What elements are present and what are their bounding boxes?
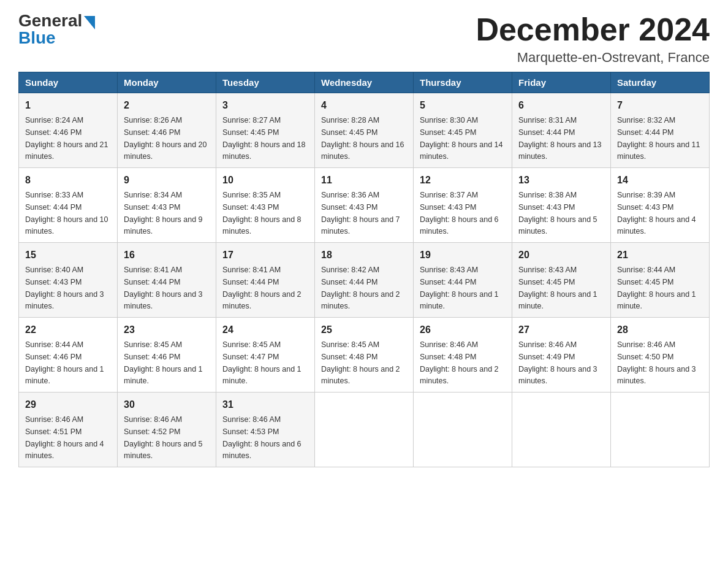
day-number: 26 (420, 323, 506, 337)
day-info: Sunrise: 8:46 AMSunset: 4:50 PMDaylight:… (617, 340, 696, 385)
day-number: 31 (222, 397, 308, 412)
day-info: Sunrise: 8:46 AMSunset: 4:53 PMDaylight:… (222, 415, 301, 460)
day-number: 2 (124, 98, 210, 113)
table-row (611, 393, 710, 467)
day-info: Sunrise: 8:45 AMSunset: 4:47 PMDaylight:… (222, 340, 301, 385)
table-row: 19 Sunrise: 8:43 AMSunset: 4:44 PMDaylig… (414, 243, 512, 318)
day-info: Sunrise: 8:30 AMSunset: 4:45 PMDaylight:… (420, 116, 503, 161)
day-info: Sunrise: 8:46 AMSunset: 4:49 PMDaylight:… (518, 340, 597, 385)
table-row: 2 Sunrise: 8:26 AMSunset: 4:46 PMDayligh… (118, 93, 216, 168)
table-row (512, 393, 611, 467)
day-info: Sunrise: 8:35 AMSunset: 4:43 PMDaylight:… (222, 191, 301, 236)
day-number: 28 (617, 323, 703, 337)
table-row: 30 Sunrise: 8:46 AMSunset: 4:52 PMDaylig… (118, 393, 216, 467)
calendar-week-row: 15 Sunrise: 8:40 AMSunset: 4:43 PMDaylig… (19, 243, 710, 318)
table-row: 4 Sunrise: 8:28 AMSunset: 4:45 PMDayligh… (315, 93, 414, 168)
col-saturday: Saturday (611, 72, 710, 93)
table-row: 20 Sunrise: 8:43 AMSunset: 4:45 PMDaylig… (512, 243, 611, 318)
table-row: 15 Sunrise: 8:40 AMSunset: 4:43 PMDaylig… (19, 243, 118, 318)
table-row: 24 Sunrise: 8:45 AMSunset: 4:47 PMDaylig… (216, 318, 315, 393)
day-info: Sunrise: 8:31 AMSunset: 4:44 PMDaylight:… (518, 116, 602, 161)
day-number: 17 (222, 248, 308, 262)
day-number: 9 (124, 173, 210, 188)
col-tuesday: Tuesday (216, 72, 315, 93)
day-number: 24 (222, 323, 308, 337)
calendar-week-row: 8 Sunrise: 8:33 AMSunset: 4:44 PMDayligh… (19, 168, 710, 243)
calendar-table: Sunday Monday Tuesday Wednesday Thursday… (18, 72, 710, 467)
table-row: 17 Sunrise: 8:41 AMSunset: 4:44 PMDaylig… (216, 243, 315, 318)
day-number: 15 (25, 248, 111, 262)
day-info: Sunrise: 8:45 AMSunset: 4:48 PMDaylight:… (321, 340, 400, 385)
day-info: Sunrise: 8:42 AMSunset: 4:44 PMDaylight:… (321, 266, 400, 310)
table-row: 11 Sunrise: 8:36 AMSunset: 4:43 PMDaylig… (315, 168, 414, 243)
day-number: 29 (25, 397, 111, 412)
day-info: Sunrise: 8:43 AMSunset: 4:44 PMDaylight:… (420, 266, 499, 310)
logo: General Blue (18, 12, 95, 47)
day-number: 1 (25, 98, 111, 113)
day-number: 20 (518, 248, 604, 262)
table-row: 3 Sunrise: 8:27 AMSunset: 4:45 PMDayligh… (216, 93, 315, 168)
day-number: 27 (518, 323, 604, 337)
day-info: Sunrise: 8:28 AMSunset: 4:45 PMDaylight:… (321, 116, 404, 161)
day-info: Sunrise: 8:46 AMSunset: 4:48 PMDaylight:… (420, 340, 499, 385)
day-number: 8 (25, 173, 111, 188)
table-row: 6 Sunrise: 8:31 AMSunset: 4:44 PMDayligh… (512, 93, 611, 168)
day-number: 3 (222, 98, 308, 113)
table-row: 25 Sunrise: 8:45 AMSunset: 4:48 PMDaylig… (315, 318, 414, 393)
calendar-week-row: 29 Sunrise: 8:46 AMSunset: 4:51 PMDaylig… (19, 393, 710, 467)
day-number: 16 (124, 248, 210, 262)
day-number: 22 (25, 323, 111, 337)
col-monday: Monday (118, 72, 216, 93)
day-info: Sunrise: 8:27 AMSunset: 4:45 PMDaylight:… (222, 116, 306, 161)
logo-blue-text: Blue (18, 29, 56, 47)
col-friday: Friday (512, 72, 611, 93)
table-row: 31 Sunrise: 8:46 AMSunset: 4:53 PMDaylig… (216, 393, 315, 467)
table-row: 22 Sunrise: 8:44 AMSunset: 4:46 PMDaylig… (19, 318, 118, 393)
day-info: Sunrise: 8:38 AMSunset: 4:43 PMDaylight:… (518, 191, 597, 236)
day-number: 6 (518, 98, 604, 113)
day-number: 4 (321, 98, 407, 113)
day-info: Sunrise: 8:44 AMSunset: 4:46 PMDaylight:… (25, 340, 104, 385)
day-number: 10 (222, 173, 308, 188)
header: General Blue December 2024 Marquette-en-… (18, 12, 710, 66)
table-row: 7 Sunrise: 8:32 AMSunset: 4:44 PMDayligh… (611, 93, 710, 168)
day-number: 21 (617, 248, 703, 262)
table-row: 5 Sunrise: 8:30 AMSunset: 4:45 PMDayligh… (414, 93, 512, 168)
day-info: Sunrise: 8:26 AMSunset: 4:46 PMDaylight:… (124, 116, 207, 161)
table-row: 8 Sunrise: 8:33 AMSunset: 4:44 PMDayligh… (19, 168, 118, 243)
table-row: 28 Sunrise: 8:46 AMSunset: 4:50 PMDaylig… (611, 318, 710, 393)
table-row: 29 Sunrise: 8:46 AMSunset: 4:51 PMDaylig… (19, 393, 118, 467)
day-info: Sunrise: 8:44 AMSunset: 4:45 PMDaylight:… (617, 266, 696, 310)
col-sunday: Sunday (19, 72, 118, 93)
day-info: Sunrise: 8:40 AMSunset: 4:43 PMDaylight:… (25, 266, 104, 310)
month-year-title: December 2024 (476, 12, 710, 47)
calendar-week-row: 22 Sunrise: 8:44 AMSunset: 4:46 PMDaylig… (19, 318, 710, 393)
day-info: Sunrise: 8:32 AMSunset: 4:44 PMDaylight:… (617, 116, 700, 161)
calendar-header-row: Sunday Monday Tuesday Wednesday Thursday… (19, 72, 710, 93)
table-row: 27 Sunrise: 8:46 AMSunset: 4:49 PMDaylig… (512, 318, 611, 393)
day-number: 13 (518, 173, 604, 188)
table-row: 21 Sunrise: 8:44 AMSunset: 4:45 PMDaylig… (611, 243, 710, 318)
table-row: 16 Sunrise: 8:41 AMSunset: 4:44 PMDaylig… (118, 243, 216, 318)
day-info: Sunrise: 8:46 AMSunset: 4:51 PMDaylight:… (25, 415, 104, 460)
day-number: 11 (321, 173, 407, 188)
table-row: 23 Sunrise: 8:45 AMSunset: 4:46 PMDaylig… (118, 318, 216, 393)
day-info: Sunrise: 8:34 AMSunset: 4:43 PMDaylight:… (124, 191, 203, 236)
day-info: Sunrise: 8:46 AMSunset: 4:52 PMDaylight:… (124, 415, 203, 460)
table-row: 13 Sunrise: 8:38 AMSunset: 4:43 PMDaylig… (512, 168, 611, 243)
logo-general-text: General (18, 12, 82, 29)
day-info: Sunrise: 8:33 AMSunset: 4:44 PMDaylight:… (25, 191, 108, 236)
title-section: December 2024 Marquette-en-Ostrevant, Fr… (476, 12, 710, 66)
day-info: Sunrise: 8:43 AMSunset: 4:45 PMDaylight:… (518, 266, 597, 310)
day-info: Sunrise: 8:45 AMSunset: 4:46 PMDaylight:… (124, 340, 203, 385)
day-number: 30 (124, 397, 210, 412)
table-row: 1 Sunrise: 8:24 AMSunset: 4:46 PMDayligh… (19, 93, 118, 168)
day-number: 12 (420, 173, 506, 188)
day-number: 19 (420, 248, 506, 262)
table-row: 10 Sunrise: 8:35 AMSunset: 4:43 PMDaylig… (216, 168, 315, 243)
day-info: Sunrise: 8:24 AMSunset: 4:46 PMDaylight:… (25, 116, 108, 161)
day-number: 7 (617, 98, 703, 113)
day-number: 25 (321, 323, 407, 337)
day-info: Sunrise: 8:39 AMSunset: 4:43 PMDaylight:… (617, 191, 696, 236)
location-subtitle: Marquette-en-Ostrevant, France (476, 50, 710, 66)
